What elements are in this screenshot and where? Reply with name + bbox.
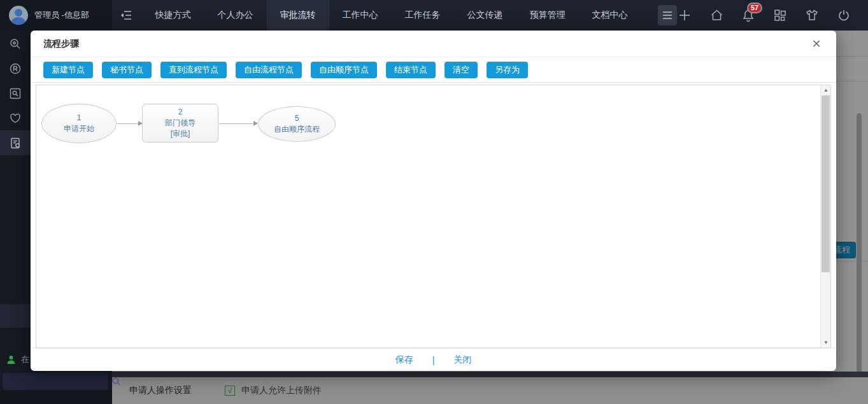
- node-number: 5: [295, 113, 299, 124]
- until-flow-node-button[interactable]: 直到流程节点: [160, 62, 227, 78]
- shirt-icon[interactable]: [804, 8, 820, 23]
- process-steps-modal: 流程步骤 ✕ 新建节点 秘书节点 直到流程节点 自由流程节点 自由顺序节点 结束…: [31, 31, 836, 371]
- search-gear-icon[interactable]: [0, 31, 31, 56]
- circle-r-icon[interactable]: [0, 56, 31, 81]
- modal-header: 流程步骤 ✕: [31, 31, 836, 57]
- nav-item-document-center[interactable]: 文档中心: [579, 0, 641, 31]
- topbar-actions: 57: [677, 8, 868, 23]
- grid-icon[interactable]: [772, 8, 788, 23]
- node-number: 2: [178, 107, 183, 118]
- nav-item-shortcuts[interactable]: 快捷方式: [142, 0, 204, 31]
- nav-item-work-center[interactable]: 工作中心: [329, 0, 392, 31]
- plus-icon[interactable]: [677, 8, 692, 23]
- online-row: 在: [6, 354, 29, 365]
- node-label: 部门领导: [165, 118, 196, 129]
- free-sequence-node-button[interactable]: 自由顺序节点: [311, 62, 377, 78]
- node-label: 自由顺序流程: [274, 124, 320, 135]
- person-online-icon: [6, 355, 16, 365]
- sidebar-search: [3, 373, 108, 390]
- more-menu-icon[interactable]: [658, 5, 677, 25]
- flow-edge: [219, 123, 257, 124]
- arrowhead-icon: [253, 121, 258, 126]
- search-icon[interactable]: [111, 377, 121, 386]
- canvas-scrollbar[interactable]: ▲ ▼: [820, 85, 830, 347]
- topbar: 管理员 -信息部 快捷方式 个人办公 审批流转 工作中心 工作任务 公文传递 预…: [0, 0, 868, 31]
- sidebar-footer: [0, 391, 112, 404]
- flow-node-start[interactable]: 1 申请开始: [41, 104, 117, 143]
- bell-icon[interactable]: 57: [741, 8, 756, 23]
- flow-canvas[interactable]: 1 申请开始 2 部门领导 [审批] 5 自由顺序流程 ▲: [36, 85, 831, 348]
- secretary-node-button[interactable]: 秘书节点: [102, 62, 152, 78]
- modal-footer: 保存 | 关闭: [31, 348, 836, 371]
- power-icon[interactable]: [836, 8, 851, 23]
- user-name: 管理员 -信息部: [34, 10, 89, 21]
- node-label: 申请开始: [64, 123, 94, 134]
- new-node-button[interactable]: 新建节点: [43, 62, 93, 78]
- save-as-button[interactable]: 另存为: [487, 62, 528, 78]
- doc-gear-icon[interactable]: [0, 130, 31, 155]
- clear-button[interactable]: 清空: [445, 62, 478, 78]
- flow-node-free-sequence[interactable]: 5 自由顺序流程: [258, 106, 336, 142]
- modal-toolbar: 新建节点 秘书节点 直到流程节点 自由流程节点 自由顺序节点 结束节点 清空 另…: [31, 57, 836, 83]
- menu-fold-icon[interactable]: [112, 0, 142, 31]
- home-icon[interactable]: [709, 8, 724, 23]
- nav-item-budget-management[interactable]: 预算管理: [516, 0, 579, 31]
- node-number: 1: [77, 113, 82, 123]
- scroll-thumb[interactable]: [822, 95, 830, 272]
- sidebar-search-input[interactable]: [3, 373, 111, 390]
- close-button[interactable]: 关闭: [453, 354, 471, 366]
- notification-badge: 57: [747, 3, 762, 13]
- nav-item-approval-flow[interactable]: 审批流转: [267, 0, 329, 31]
- online-label: 在: [21, 354, 29, 365]
- scroll-down-icon[interactable]: ▼: [821, 338, 831, 347]
- close-icon[interactable]: ✕: [809, 37, 823, 51]
- user-block[interactable]: 管理员 -信息部: [0, 0, 112, 31]
- save-button[interactable]: 保存: [395, 354, 413, 366]
- nav-item-personal-office[interactable]: 个人办公: [204, 0, 267, 31]
- modal-title: 流程步骤: [43, 38, 79, 50]
- nav-item-work-tasks[interactable]: 工作任务: [392, 0, 454, 31]
- main-nav: 快捷方式 个人办公 审批流转 工作中心 工作任务 公文传递 预算管理 文档中心: [142, 0, 641, 31]
- nav-item-document-delivery[interactable]: 公文传递: [454, 0, 516, 31]
- doc-search-icon[interactable]: [0, 81, 31, 106]
- node-sublabel: [审批]: [171, 129, 190, 139]
- free-flow-node-button[interactable]: 自由流程节点: [236, 62, 302, 78]
- flow-node-dept-leader[interactable]: 2 部门领导 [审批]: [142, 104, 218, 143]
- scroll-up-icon[interactable]: ▲: [821, 85, 831, 95]
- flow-edge: [117, 123, 142, 124]
- footer-divider: |: [432, 355, 435, 365]
- end-node-button[interactable]: 结束节点: [386, 62, 436, 78]
- avatar: [9, 6, 28, 25]
- heart-icon[interactable]: [0, 106, 31, 130]
- app-window: 管理员 -信息部 快捷方式 个人办公 审批流转 工作中心 工作任务 公文传递 预…: [0, 0, 868, 404]
